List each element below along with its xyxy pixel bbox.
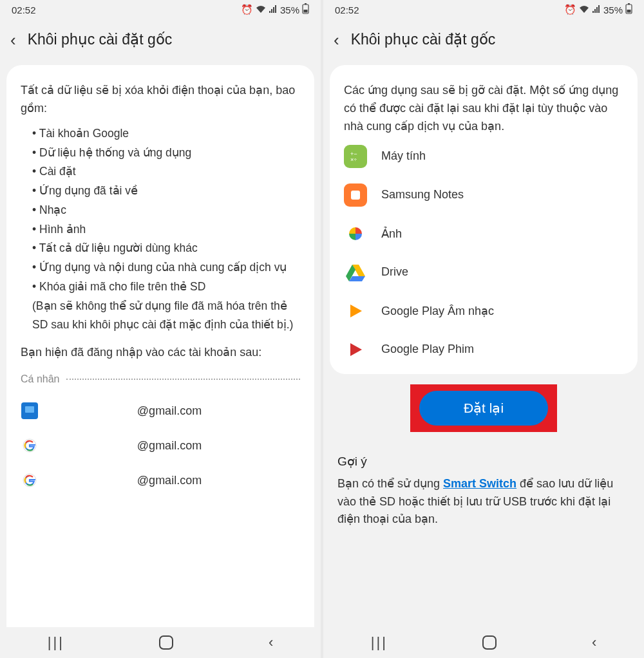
wifi-icon: [579, 5, 589, 15]
app-label: Google Play Âm nhạc: [381, 304, 494, 318]
play-music-icon: [344, 299, 367, 323]
signed-in-text: Bạn hiện đã đăng nhập vào các tài khoản …: [21, 345, 300, 359]
personal-separator: Cá nhân: [21, 373, 300, 385]
google-drive-icon: [344, 261, 367, 284]
app-row-calculator: +−×÷ Máy tính: [344, 145, 623, 168]
calculator-icon: +−×÷: [344, 145, 367, 168]
description: Tất cả dữ liệu sẽ bị xóa khỏi điện thoại…: [21, 82, 300, 118]
data-list: Tài khoản Google Dữ liệu hệ thống và ứng…: [21, 124, 300, 297]
samsung-notes-icon: [344, 183, 367, 207]
battery-icon: [302, 3, 309, 16]
left-screen: 02:52 ⏰ 35% ‹ Khôi phục cài đặt gốc Tất …: [0, 0, 321, 658]
status-icons: ⏰ 35%: [241, 3, 309, 16]
alarm-icon: ⏰: [241, 4, 253, 15]
svg-rect-9: [627, 10, 631, 13]
navigation-bar: ||| ‹: [323, 627, 644, 658]
google-account-icon: [21, 437, 39, 455]
list-item: Hình ảnh: [32, 220, 300, 240]
nav-back-icon[interactable]: ‹: [269, 634, 273, 651]
smart-switch-link[interactable]: Smart Switch: [443, 477, 516, 490]
app-row-drive: Drive: [344, 261, 623, 284]
navigation-bar: ||| ‹: [0, 627, 321, 658]
signal-icon: [269, 5, 278, 15]
list-item: Cài đặt: [32, 162, 300, 182]
home-icon[interactable]: [159, 635, 173, 650]
battery-icon: [625, 3, 632, 16]
app-row-photos: Ảnh: [344, 222, 623, 245]
sd-note: (Bạn sẽ không thể sử dụng file đã mã hóa…: [21, 297, 300, 335]
page-title: Khôi phục cài đặt gốc: [28, 31, 173, 48]
signal-icon: [592, 5, 601, 15]
list-item: Khóa giải mã cho file trên thẻ SD: [32, 277, 300, 297]
battery-text: 35%: [280, 5, 299, 15]
recents-icon[interactable]: |||: [371, 634, 388, 651]
app-label: Máy tính: [381, 149, 426, 163]
clock: 02:52: [12, 5, 36, 15]
samsung-account-icon: [21, 402, 39, 420]
header: ‹ Khôi phục cài đặt gốc: [0, 19, 321, 65]
wifi-icon: [256, 5, 266, 15]
battery-text: 35%: [603, 5, 623, 15]
svg-rect-12: [351, 191, 360, 200]
google-account-icon: [21, 471, 39, 489]
account-row[interactable]: @gmail.com: [21, 437, 300, 455]
back-icon[interactable]: ‹: [10, 32, 16, 48]
reset-button[interactable]: Đặt lại: [419, 391, 548, 426]
home-icon[interactable]: [482, 635, 497, 650]
app-row-samsung-notes: Samsung Notes: [344, 183, 623, 207]
account-row[interactable]: @gmail.com: [21, 402, 300, 420]
list-item: Tất cả dữ liệu người dùng khác: [32, 239, 300, 258]
personal-label: Cá nhân: [21, 373, 60, 385]
google-photos-icon: [344, 222, 367, 245]
app-label: Ảnh: [381, 227, 402, 241]
list-item: Dữ liệu hệ thống và ứng dụng: [32, 144, 300, 163]
app-label: Samsung Notes: [381, 188, 464, 202]
svg-rect-8: [628, 3, 630, 5]
account-email: @gmail.com: [39, 474, 300, 487]
list-item: Ứng dụng và nội dung của nhà cung cấp dị…: [32, 258, 300, 277]
svg-rect-4: [25, 406, 34, 413]
suggestion-text: Bạn có thể sử dụng Smart Switch để sao l…: [323, 475, 644, 529]
account-row[interactable]: @gmail.com: [21, 471, 300, 489]
content-card: Tất cả dữ liệu sẽ bị xóa khỏi điện thoại…: [6, 65, 314, 658]
list-item: Nhạc: [32, 201, 300, 220]
suggestion-before: Bạn có thể sử dụng: [337, 477, 443, 490]
account-email: @gmail.com: [39, 404, 300, 418]
status-icons: ⏰ 35%: [564, 3, 632, 16]
right-screen: 02:52 ⏰ 35% ‹ Khôi phục cài đặt gốc Các …: [323, 0, 644, 658]
back-icon[interactable]: ‹: [334, 32, 339, 48]
app-row-play-music: Google Play Âm nhạc: [344, 299, 623, 323]
status-bar: 02:52 ⏰ 35%: [0, 0, 321, 19]
svg-rect-2: [304, 10, 308, 13]
list-item: Ứng dụng đã tải về: [32, 182, 300, 201]
nav-back-icon[interactable]: ‹: [592, 634, 596, 651]
account-email: @gmail.com: [39, 439, 300, 453]
page-title: Khôi phục cài đặt gốc: [351, 31, 496, 48]
app-label: Google Play Phim: [381, 343, 474, 356]
reset-highlight-box: Đặt lại: [410, 384, 557, 432]
clock: 02:52: [335, 5, 359, 15]
list-item: Tài khoản Google: [32, 124, 300, 144]
dotted-line: [66, 379, 301, 380]
app-label: Drive: [381, 265, 408, 279]
header: ‹ Khôi phục cài đặt gốc: [323, 19, 644, 65]
svg-rect-1: [305, 3, 307, 5]
status-bar: 02:52 ⏰ 35%: [323, 0, 644, 19]
svg-text:×÷: ×÷: [350, 156, 357, 163]
play-movies-icon: [344, 338, 367, 361]
recents-icon[interactable]: |||: [48, 634, 64, 651]
app-row-play-movies: Google Play Phim: [344, 338, 623, 361]
content-card: Các ứng dụng sau sẽ bị gỡ cài đặt. Một s…: [330, 65, 638, 374]
suggestion-title: Gợi ý: [323, 454, 644, 469]
alarm-icon: ⏰: [564, 4, 576, 15]
description: Các ứng dụng sau sẽ bị gỡ cài đặt. Một s…: [344, 82, 623, 136]
